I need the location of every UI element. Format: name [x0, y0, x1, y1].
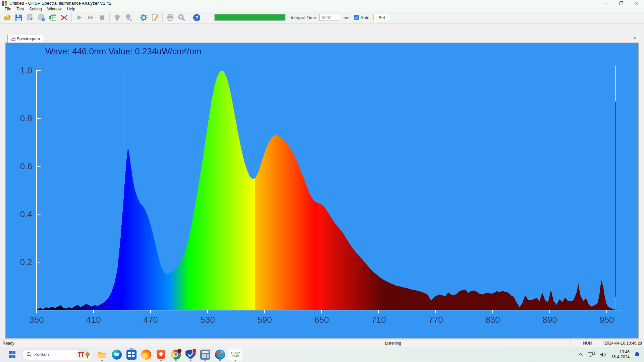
tab-spectrogram[interactable]: Spectrogram	[7, 35, 43, 43]
search-placeholder: Zoeken	[34, 352, 76, 357]
window-title: Untitled - OHSP Spectral Illuminance Ana…	[9, 1, 111, 6]
brave-icon	[156, 350, 166, 360]
save-button[interactable]	[13, 12, 24, 23]
toolbar: lx	[0, 11, 644, 24]
svg-text:?: ?	[195, 15, 198, 20]
tab-close-button[interactable]: ×	[632, 35, 637, 41]
export-database-icon	[26, 13, 34, 22]
lamp-icon	[113, 13, 121, 22]
tray-volume-icon[interactable]	[600, 352, 606, 357]
svg-text:lx: lx	[130, 18, 132, 21]
export-excel-icon	[49, 13, 57, 22]
chart-panel: Wave: 446.0nm Value: 0.234uW/cm²/nm	[5, 43, 639, 339]
search-highlight-image	[76, 350, 91, 359]
minimize-button[interactable]	[598, 0, 613, 6]
calculator-icon	[200, 350, 210, 360]
taskbar-calculator[interactable]	[199, 348, 212, 361]
tab-label: Spectrogram	[17, 37, 40, 41]
lamp-button[interactable]	[111, 12, 123, 23]
paint-icon	[215, 350, 225, 360]
edit-button[interactable]	[149, 12, 161, 23]
auto-checkbox[interactable]	[354, 15, 359, 20]
spectrum-canvas[interactable]	[6, 43, 638, 338]
menu-bar: File Test Setting Window Help	[0, 6, 644, 11]
save-icon	[14, 13, 23, 22]
app-icon	[2, 1, 7, 6]
taskbar-edge[interactable]	[110, 348, 123, 361]
settings-button[interactable]	[138, 12, 149, 23]
set-button[interactable]: Set	[373, 14, 390, 21]
export-database-button[interactable]	[24, 12, 36, 23]
status-ready: Ready	[3, 341, 14, 346]
play-continuous-button[interactable]	[85, 12, 96, 23]
restore-icon	[619, 1, 623, 5]
stop-icon	[98, 13, 106, 22]
open-button[interactable]	[1, 12, 13, 23]
toolbar-separator	[162, 13, 163, 22]
taskbar-ohsp-350x-active[interactable]: OHSP 350X	[228, 348, 243, 361]
gear-icon	[140, 13, 148, 22]
tray-clock[interactable]: 13:46 16-4-2024	[611, 350, 630, 360]
play-button[interactable]	[73, 12, 85, 23]
menu-test[interactable]: Test	[14, 7, 26, 11]
progress-fill	[215, 14, 285, 20]
taskbar-brave[interactable]	[154, 348, 168, 361]
search-icon	[26, 352, 32, 357]
taskbar-adguard[interactable]	[184, 348, 197, 361]
delete-icon	[60, 13, 68, 22]
menu-window[interactable]: Window	[45, 7, 64, 11]
system-tray: 13:46 16-4-2024	[578, 350, 644, 360]
delete-button[interactable]	[58, 12, 70, 23]
taskbar: Zoeken	[0, 347, 644, 362]
taskbar-paint[interactable]	[213, 348, 227, 361]
menu-file[interactable]: File	[2, 7, 14, 11]
taskbar-chrome[interactable]	[169, 348, 182, 361]
tab-strip: Spectrogram	[7, 35, 43, 43]
start-button[interactable]	[5, 348, 19, 361]
toolbar-separator	[189, 13, 189, 22]
status-listening: Listening	[385, 341, 401, 346]
toolbar-separator	[71, 13, 72, 22]
taskbar-file-explorer[interactable]	[95, 348, 109, 361]
status-num: NUM	[572, 341, 603, 346]
check-icon	[355, 16, 358, 19]
menu-help[interactable]: Help	[64, 7, 78, 11]
ms-label: ms	[343, 15, 349, 20]
print-button[interactable]	[164, 12, 176, 23]
progress-bar	[214, 14, 285, 21]
tray-chevron-up-icon[interactable]	[578, 353, 583, 356]
windows-logo-icon	[8, 351, 16, 359]
app-window: Untitled - OHSP Spectral Illuminance Ana…	[0, 0, 644, 362]
zoom-button[interactable]	[176, 12, 187, 23]
menu-setting[interactable]: Setting	[26, 7, 44, 11]
integral-time-input[interactable]	[319, 14, 340, 21]
play-icon	[75, 13, 84, 22]
tray-display-icon[interactable]	[588, 352, 595, 358]
edge-icon	[112, 350, 122, 360]
export-excel-button[interactable]	[47, 12, 58, 23]
save-database-button[interactable]	[36, 12, 47, 23]
print-icon	[166, 13, 174, 22]
help-icon: ?	[193, 13, 201, 22]
toolbar-separator	[136, 13, 136, 22]
status-separator	[570, 340, 571, 346]
cursor-readout: Wave: 446.0nm Value: 0.234uW/cm²/nm	[45, 46, 201, 57]
magnifier-icon	[177, 13, 186, 22]
notification-bell-icon[interactable]	[634, 352, 640, 358]
open-icon	[3, 13, 11, 22]
taskbar-firefox[interactable]	[140, 348, 153, 361]
help-button[interactable]: ?	[191, 12, 202, 23]
stop-button[interactable]	[96, 12, 108, 23]
close-button[interactable]	[629, 0, 644, 6]
lamp-lx-button[interactable]: lx	[123, 12, 134, 23]
title-bar: Untitled - OHSP Spectral Illuminance Ana…	[0, 0, 644, 6]
search-highlight-art	[76, 350, 91, 359]
adguard-badge	[192, 349, 197, 353]
ohsp-icon-line2: 350X	[232, 355, 239, 358]
taskbar-search[interactable]: Zoeken	[22, 349, 93, 360]
restore-button[interactable]	[613, 0, 629, 6]
chrome-icon	[171, 350, 181, 360]
taskbar-store[interactable]	[125, 348, 138, 361]
toolbar-separator	[109, 13, 110, 22]
auto-label: Auto	[361, 15, 370, 20]
